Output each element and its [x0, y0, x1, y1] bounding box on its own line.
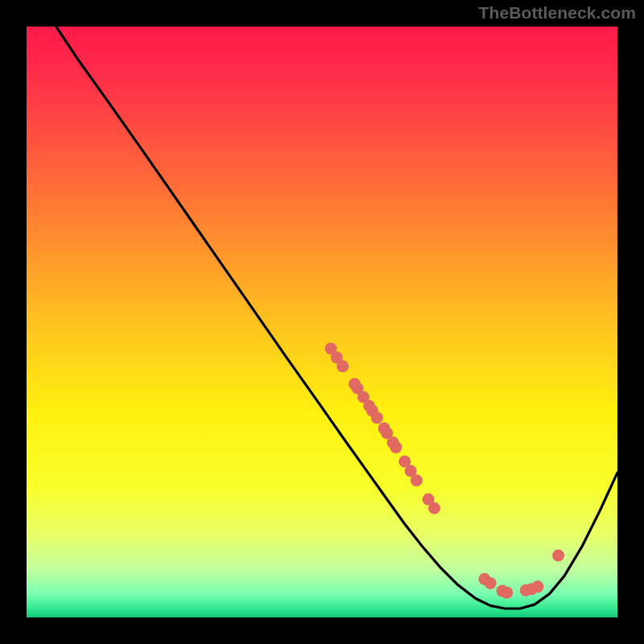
- chart-plot-area: [27, 27, 617, 617]
- data-point: [390, 441, 402, 453]
- watermark-text: TheBottleneck.com: [479, 3, 636, 23]
- data-point: [371, 411, 383, 423]
- data-point: [501, 587, 513, 599]
- data-point: [531, 580, 543, 592]
- data-point: [336, 361, 349, 373]
- data-point: [411, 474, 423, 486]
- data-point: [552, 549, 564, 561]
- chart-svg: [27, 27, 617, 617]
- data-point: [428, 502, 440, 514]
- data-point: [485, 577, 497, 589]
- chart-background: [27, 27, 617, 617]
- chart-container: TheBottleneck.com: [0, 0, 644, 644]
